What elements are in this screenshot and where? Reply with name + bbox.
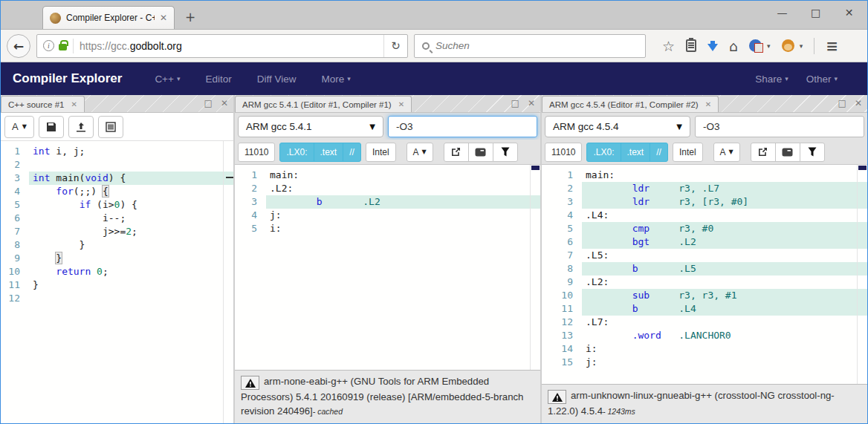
open-new-window-button[interactable] [444, 143, 469, 162]
chevron-down-icon[interactable]: ▾ [800, 42, 803, 50]
maximize-pane-icon[interactable]: □ [838, 98, 846, 108]
pdf-extension-icon[interactable] [749, 39, 762, 52]
code-line[interactable]: 2.L2: [235, 182, 540, 195]
code-line[interactable]: 4.L4: [542, 209, 867, 222]
code-line[interactable]: 12.L7: [542, 316, 867, 329]
compiler-2-pane-tab[interactable]: ARM gcc 4.5.4 (Editor #1, Compiler #2) ✕ [542, 96, 719, 112]
downloads-icon[interactable] [707, 44, 718, 51]
directives-filter-button[interactable]: .text [314, 143, 344, 162]
nav-other-menu[interactable]: Other▾ [806, 74, 838, 85]
code-line[interactable]: 11} [1, 278, 233, 292]
bookmark-star-icon[interactable]: ☆ [662, 38, 675, 54]
home-icon[interactable]: ⌂ [729, 38, 738, 54]
page-info-icon[interactable]: i [43, 40, 54, 51]
source-pane-tab[interactable]: C++ source #1 ✕ [1, 96, 85, 112]
compiler-1-options-input[interactable]: -O3 [388, 116, 537, 137]
code-line[interactable]: 5 if (i>0) { [1, 198, 233, 212]
output-button[interactable] [775, 143, 800, 162]
compiler-1-asm-output[interactable]: 1main:2.L2:3 b .L24j:5i: [235, 165, 540, 370]
maximize-pane-icon[interactable]: □ [511, 98, 519, 108]
labels-filter-button[interactable]: .LX0: [279, 143, 314, 162]
compiler-1-pane-tab[interactable]: ARM gcc 5.4.1 (Editor #1, Compiler #1) ✕ [235, 96, 412, 112]
load-button[interactable] [68, 116, 94, 138]
close-icon[interactable]: ✕ [705, 100, 711, 108]
close-pane-icon[interactable]: ✕ [221, 98, 228, 108]
greasemonkey-extension-icon[interactable] [782, 39, 794, 52]
labels-filter-button[interactable]: .LX0: [586, 143, 621, 162]
compiler-2-options-input[interactable]: -O3 [695, 116, 864, 137]
output-button[interactable] [468, 143, 493, 162]
maximize-pane-icon[interactable]: □ [204, 98, 213, 108]
secure-lock-icon[interactable] [59, 44, 67, 50]
code-line[interactable]: 4 for(;;) { [1, 185, 233, 198]
compiler-1-select[interactable]: ARM gcc 5.4.1▼ [238, 116, 383, 137]
code-line[interactable]: 5 cmp r3, #0 [542, 222, 867, 235]
back-button[interactable]: ← [7, 34, 30, 58]
save-button[interactable] [39, 116, 64, 138]
tab-close-icon[interactable]: ✕ [160, 13, 167, 23]
reload-icon[interactable]: ↻ [383, 35, 407, 57]
nav-share-menu[interactable]: Share▾ [755, 74, 788, 85]
reading-list-icon[interactable] [686, 39, 696, 52]
close-pane-icon[interactable]: ✕ [855, 98, 862, 108]
warning-button[interactable] [241, 376, 259, 390]
close-pane-icon[interactable]: ✕ [528, 98, 535, 108]
binary-filter-button[interactable]: 11010 [545, 143, 582, 162]
new-tab-button[interactable]: + [185, 10, 195, 25]
search-input[interactable]: Suchen [414, 34, 646, 58]
url-bar[interactable]: i https://gcc.godbolt.org ↻ [36, 34, 408, 58]
code-line[interactable]: 7 j>>=2; [1, 225, 233, 238]
code-line[interactable]: 8 b .L5 [542, 262, 867, 275]
code-line[interactable]: 14i: [542, 342, 867, 356]
font-size-button[interactable]: A▼ [713, 143, 740, 162]
code-line[interactable]: 3int main(void) { [1, 172, 233, 185]
code-line[interactable]: 10 sub r3, r3, #1 [542, 289, 867, 302]
code-line[interactable]: 6 bgt .L2 [542, 235, 867, 249]
code-line[interactable]: 9 } [1, 252, 233, 265]
hamburger-menu-icon[interactable]: ≡ [826, 37, 838, 55]
code-line[interactable]: 10 return 0; [1, 265, 233, 278]
code-line[interactable]: 4j: [235, 209, 540, 222]
code-line[interactable]: 6 i--; [1, 212, 233, 225]
code-line[interactable]: 3 ldr r3, [r3, #0] [542, 195, 867, 209]
comments-filter-button[interactable]: // [650, 143, 668, 162]
code-line[interactable]: 15j: [542, 356, 867, 369]
close-button[interactable]: ✕ [832, 2, 866, 23]
chevron-down-icon[interactable]: ▾ [767, 42, 771, 50]
source-code-editor[interactable]: 1int i, j;23int main(void) {4 for(;;) {5… [1, 141, 233, 423]
maximize-button[interactable]: □ [799, 2, 832, 23]
nav-editor[interactable]: Editor [205, 74, 231, 85]
intel-syntax-button[interactable]: Intel [673, 143, 703, 162]
code-line[interactable]: 5i: [235, 222, 540, 235]
intel-syntax-button[interactable]: Intel [366, 143, 396, 162]
filter-button[interactable] [493, 143, 518, 162]
warning-button[interactable] [548, 390, 566, 404]
code-line[interactable]: 1main: [235, 169, 540, 182]
code-line[interactable]: 2 ldr r3, .L7 [542, 182, 867, 195]
code-line[interactable]: 3 b .L2 [235, 195, 540, 209]
minimize-button[interactable]: — [765, 2, 799, 23]
code-line[interactable]: 1int i, j; [1, 145, 233, 158]
code-line[interactable]: 11 b .L4 [542, 302, 867, 316]
directives-filter-button[interactable]: .text [621, 143, 651, 162]
code-line[interactable]: 13 .word .LANCHOR0 [542, 329, 867, 342]
nav-diff-view[interactable]: Diff View [257, 74, 297, 85]
browser-tab[interactable]: Compiler Explorer - C++ ✕ [42, 6, 175, 29]
code-line[interactable]: 7.L5: [542, 249, 867, 262]
binary-filter-button[interactable]: 11010 [238, 143, 275, 162]
compiler-2-select[interactable]: ARM gcc 4.5.4▼ [545, 116, 690, 137]
code-line[interactable]: 2 [1, 158, 233, 172]
open-new-window-button[interactable] [751, 143, 776, 162]
code-line[interactable]: 1main: [542, 169, 867, 182]
template-button[interactable] [98, 116, 123, 138]
code-line[interactable]: 12 [1, 292, 233, 305]
code-line[interactable]: 8 } [1, 238, 233, 252]
close-icon[interactable]: ✕ [398, 100, 404, 108]
compiler-2-asm-output[interactable]: 1main:2 ldr r3, .L73 ldr r3, [r3, #0]4.L… [542, 165, 867, 384]
nav-language-menu[interactable]: C++▾ [155, 74, 180, 85]
nav-more-menu[interactable]: More▾ [322, 74, 351, 85]
comments-filter-button[interactable]: // [343, 143, 361, 162]
filter-button[interactable] [800, 143, 825, 162]
code-line[interactable]: 9.L2: [542, 275, 867, 289]
font-size-button[interactable]: A▼ [4, 116, 34, 138]
